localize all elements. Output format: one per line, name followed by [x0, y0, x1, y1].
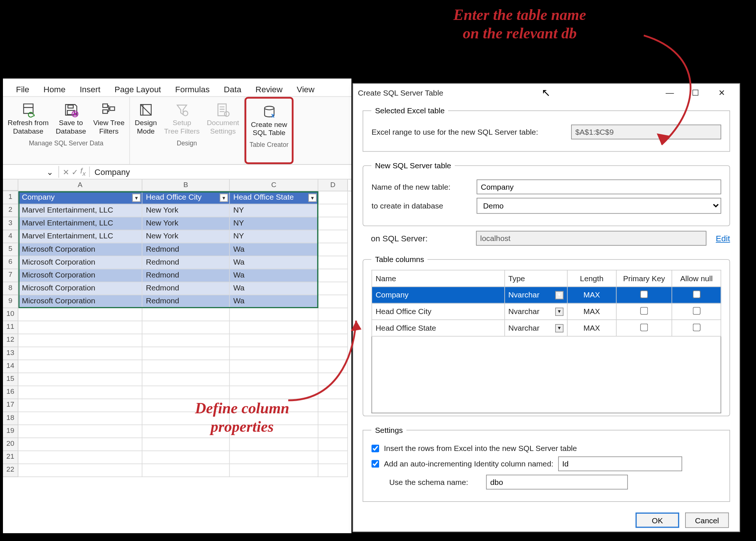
cell[interactable]	[142, 308, 230, 321]
cell[interactable]	[142, 347, 230, 360]
col-header-A[interactable]: A	[18, 179, 142, 190]
chevron-down-icon[interactable]: ▼	[555, 291, 563, 299]
identity-checkbox[interactable]	[371, 460, 379, 468]
cell[interactable]	[18, 334, 142, 347]
col-null-cell[interactable]	[672, 287, 721, 303]
cell[interactable]: Redmond	[142, 282, 230, 295]
menu-tab-data[interactable]: Data	[217, 82, 248, 96]
row-header[interactable]: 21	[3, 451, 18, 464]
col-pk-cell[interactable]	[616, 287, 672, 303]
cell[interactable]	[18, 347, 142, 360]
design-mode-button[interactable]: DesignMode	[131, 99, 161, 138]
cell[interactable]	[142, 334, 230, 347]
cell[interactable]	[318, 464, 348, 477]
col-null-cell[interactable]	[672, 303, 721, 320]
row-header[interactable]: 15	[3, 373, 18, 386]
cell[interactable]: NY	[230, 230, 318, 243]
enter-icon[interactable]: ✓	[72, 168, 78, 176]
cell[interactable]: New York	[142, 217, 230, 230]
cell[interactable]	[18, 386, 142, 399]
menu-tab-view[interactable]: View	[290, 82, 322, 96]
schema-input[interactable]	[486, 475, 628, 489]
cell[interactable]: NY	[230, 204, 318, 217]
cell[interactable]	[142, 360, 230, 373]
filter-dropdown-icon[interactable]: ▼	[308, 194, 316, 202]
cell[interactable]	[318, 191, 348, 204]
cell[interactable]: Wa	[230, 295, 318, 308]
pk-checkbox[interactable]	[640, 290, 648, 298]
col-header-D[interactable]: D	[318, 179, 348, 190]
cell[interactable]	[318, 217, 348, 230]
cancel-button[interactable]: Cancel	[685, 513, 729, 528]
menu-tab-review[interactable]: Review	[248, 82, 290, 96]
cell[interactable]	[318, 451, 348, 464]
row-header[interactable]: 14	[3, 360, 18, 373]
column-row[interactable]: Head Office CityNvarchar▼MAX	[372, 303, 721, 320]
view-tree-filters-button[interactable]: View TreeFilters	[90, 99, 128, 138]
row-header[interactable]: 16	[3, 386, 18, 399]
col-type-cell[interactable]: Nvarchar▼	[505, 320, 567, 336]
menu-tab-home[interactable]: Home	[37, 82, 73, 96]
cell[interactable]	[318, 295, 348, 308]
cell[interactable]: Redmond	[142, 269, 230, 282]
row-header[interactable]: 3	[3, 217, 18, 230]
identity-name-input[interactable]	[558, 456, 682, 471]
chevron-down-icon[interactable]: ▼	[555, 307, 563, 316]
cell[interactable]: Microsoft Corporation	[18, 243, 142, 256]
cell[interactable]	[230, 451, 318, 464]
cell[interactable]: Wa	[230, 269, 318, 282]
row-header[interactable]: 2	[3, 204, 18, 217]
cancel-icon[interactable]: ✕	[63, 168, 69, 176]
col-pk-cell[interactable]	[616, 303, 672, 320]
col-name-cell[interactable]: Head Office City	[372, 303, 504, 320]
allow-null-checkbox[interactable]	[693, 307, 700, 314]
cell[interactable]: Redmond	[142, 243, 230, 256]
cell[interactable]	[318, 243, 348, 256]
cell[interactable]: Head Office City▼	[142, 191, 230, 204]
cell[interactable]: Marvel Entertainment, LLC	[18, 204, 142, 217]
allow-null-checkbox[interactable]	[693, 290, 700, 298]
formula-value[interactable]: Company	[90, 166, 351, 178]
row-header[interactable]: 19	[3, 425, 18, 438]
cell[interactable]: Redmond	[142, 295, 230, 308]
table-name-input[interactable]	[477, 179, 721, 194]
menu-tab-file[interactable]: File	[9, 82, 37, 96]
cell[interactable]	[18, 308, 142, 321]
col-null-cell[interactable]	[672, 320, 721, 336]
columns-header[interactable]: Primary Key	[616, 270, 672, 287]
cell[interactable]	[318, 204, 348, 217]
row-header[interactable]: 12	[3, 334, 18, 347]
cell[interactable]	[18, 321, 142, 334]
row-header[interactable]: 7	[3, 269, 18, 282]
cell[interactable]: Company▼	[18, 191, 142, 204]
col-type-cell[interactable]: Nvarchar▼	[505, 303, 567, 320]
cell[interactable]: Wa	[230, 256, 318, 269]
pk-checkbox[interactable]	[640, 307, 648, 314]
col-length-cell[interactable]: MAX	[567, 287, 616, 303]
filter-dropdown-icon[interactable]: ▼	[220, 194, 228, 202]
row-header[interactable]: 18	[3, 412, 18, 425]
cell[interactable]	[318, 425, 348, 438]
create-new-sql-table-button[interactable]: Create newSQL Table	[247, 101, 291, 140]
row-header[interactable]: 10	[3, 308, 18, 321]
allow-null-checkbox[interactable]	[693, 323, 700, 331]
row-header[interactable]: 9	[3, 295, 18, 308]
save-to-db-button[interactable]: Save toDatabase	[52, 99, 89, 138]
row-header[interactable]: 5	[3, 243, 18, 256]
row-header[interactable]: 22	[3, 464, 18, 477]
cell[interactable]	[142, 373, 230, 386]
cell[interactable]	[142, 464, 230, 477]
cell[interactable]	[318, 230, 348, 243]
cell[interactable]	[230, 438, 318, 451]
cell[interactable]: Wa	[230, 282, 318, 295]
columns-table[interactable]: NameTypeLengthPrimary KeyAllow null Comp…	[371, 270, 721, 337]
cell[interactable]	[318, 282, 348, 295]
menu-tab-page-layout[interactable]: Page Layout	[107, 82, 168, 96]
cell[interactable]: Head Office State▼	[230, 191, 318, 204]
col-header-C[interactable]: C	[230, 179, 318, 190]
row-header[interactable]: 11	[3, 321, 18, 334]
insert-rows-checkbox[interactable]	[371, 445, 379, 452]
menu-tab-insert[interactable]: Insert	[73, 82, 107, 96]
columns-header[interactable]: Allow null	[672, 270, 721, 287]
row-header[interactable]: 1	[3, 191, 18, 204]
